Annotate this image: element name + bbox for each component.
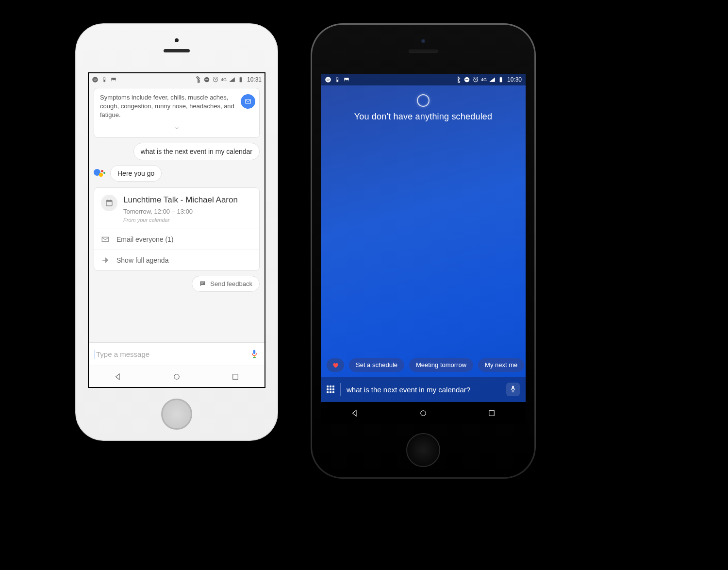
phone-camera (175, 38, 179, 42)
nav-recent-icon[interactable] (231, 372, 240, 381)
mail-badge-icon[interactable] (241, 94, 255, 109)
dnd-icon (203, 76, 210, 83)
svg-rect-29 (512, 386, 514, 389)
phone-speaker (164, 49, 190, 52)
android-nav-bar (89, 366, 265, 387)
svg-point-32 (421, 411, 426, 416)
network-label: 4G (481, 77, 487, 82)
battery-full-icon (237, 76, 244, 83)
expand-chevron-icon[interactable] (100, 125, 253, 134)
svg-rect-11 (107, 200, 108, 201)
network-label: 4G (221, 77, 227, 82)
feedback-label: Send feedback (210, 280, 252, 287)
dnd-icon (463, 76, 470, 83)
signal-icon (489, 76, 496, 83)
input-placeholder: Type a message (96, 350, 250, 358)
phone-speaker (409, 50, 438, 53)
google-assistant-screen: 4G 10:31 Symptoms include fever, chills,… (88, 72, 265, 388)
suggestion-chip-1[interactable]: Set a schedule (349, 358, 404, 372)
agenda-action-label: Show full agenda (116, 256, 168, 264)
svg-rect-27 (500, 77, 502, 82)
svg-rect-19 (232, 374, 238, 379)
calendar-icon (101, 195, 117, 211)
phone-mockup-white: 4G 10:31 Symptoms include fever, chills,… (75, 23, 278, 441)
svg-rect-5 (205, 79, 208, 80)
cortana-ring-icon (417, 94, 430, 107)
text-cursor (95, 350, 95, 359)
message-input-bar[interactable]: Type a message (89, 342, 265, 366)
nav-back-icon[interactable] (350, 409, 359, 418)
bluetooth-icon (195, 76, 201, 83)
svg-rect-12 (110, 200, 111, 201)
svg-rect-2 (104, 80, 105, 82)
nav-recent-icon[interactable] (487, 409, 496, 418)
google-mic-icon[interactable] (250, 349, 259, 360)
bluetooth-icon (455, 76, 462, 83)
svg-point-18 (174, 374, 180, 379)
battery-full-icon (497, 76, 504, 83)
feedback-icon (199, 280, 206, 287)
status-time: 10:30 (507, 76, 522, 83)
svg-rect-8 (240, 77, 241, 77)
spotify-icon (325, 76, 331, 83)
suggestion-chip-row: Set a schedule Meeting tomorrow My next … (321, 353, 526, 377)
nav-home-icon[interactable] (172, 372, 181, 381)
favorite-chip[interactable] (327, 358, 344, 372)
alarm-icon (472, 76, 479, 83)
nav-home-icon[interactable] (419, 409, 428, 418)
email-action-label: Email everyone (1) (116, 235, 174, 243)
svg-rect-16 (254, 355, 254, 357)
status-bar: 4G 10:31 (89, 73, 265, 85)
svg-rect-15 (253, 350, 255, 354)
svg-rect-13 (201, 283, 204, 283)
input-separator (340, 383, 341, 396)
svg-rect-28 (500, 77, 501, 77)
suggestion-chip-3[interactable]: My next me (478, 358, 524, 372)
svg-rect-31 (512, 392, 514, 392)
svg-rect-33 (489, 411, 494, 416)
spotify-icon (92, 76, 99, 83)
assistant-reply-bubble: Here you go (110, 165, 162, 182)
cortana-header: You don't have anything scheduled (321, 85, 526, 127)
battery-icon (334, 76, 341, 83)
cortana-input-text[interactable]: what is the next event in my calendar? (347, 386, 500, 394)
svg-rect-7 (240, 77, 242, 82)
show-agenda-action[interactable]: Show full agenda (94, 250, 259, 270)
svg-rect-14 (201, 284, 203, 284)
event-source: From your calendar (123, 217, 252, 223)
image-icon (343, 76, 350, 83)
image-icon (110, 76, 117, 83)
svg-rect-25 (465, 79, 468, 80)
svg-rect-30 (513, 390, 513, 392)
apps-grid-icon[interactable] (327, 386, 334, 393)
assistant-reply-row: Here you go (94, 165, 260, 182)
event-time: Tomorrow, 12:00 – 13:00 (123, 208, 252, 215)
send-feedback-chip[interactable]: Send feedback (192, 276, 260, 292)
svg-rect-10 (106, 201, 112, 202)
nav-back-icon[interactable] (114, 372, 122, 381)
cortana-body (321, 127, 526, 353)
cortana-screen: 4G 10:30 You don't have anything schedul… (321, 74, 526, 424)
suggestion-chip-2[interactable]: Meeting tomorrow (409, 358, 473, 372)
user-message-bubble: what is the next event in my calendar (133, 143, 260, 160)
email-everyone-action[interactable]: Email everyone (1) (94, 229, 259, 250)
status-bar: 4G 10:30 (321, 74, 526, 85)
calendar-event-card[interactable]: Lunchtime Talk - Michael Aaron Tomorrow,… (94, 187, 260, 271)
svg-rect-17 (253, 357, 256, 357)
event-title: Lunchtime Talk - Michael Aaron (123, 195, 252, 205)
phone-camera (421, 39, 426, 43)
phone-home-button[interactable] (406, 433, 440, 467)
svg-rect-22 (337, 80, 338, 82)
battery-icon (101, 76, 108, 83)
conversation-area: Symptoms include fever, chills, muscle a… (89, 85, 265, 342)
snippet-text: Symptoms include fever, chills, muscle a… (100, 93, 253, 120)
cortana-input-bar[interactable]: what is the next event in my calendar? (321, 377, 526, 402)
google-assistant-icon (94, 167, 106, 180)
phone-home-button[interactable] (161, 399, 192, 430)
signal-icon (229, 76, 235, 83)
phone-mockup-black: 4G 10:30 You don't have anything schedul… (311, 23, 536, 479)
cortana-mic-button[interactable] (506, 383, 520, 396)
search-snippet-card[interactable]: Symptoms include fever, chills, muscle a… (94, 88, 260, 138)
android-nav-bar (321, 402, 526, 424)
cortana-response-text: You don't have anything scheduled (331, 112, 516, 122)
